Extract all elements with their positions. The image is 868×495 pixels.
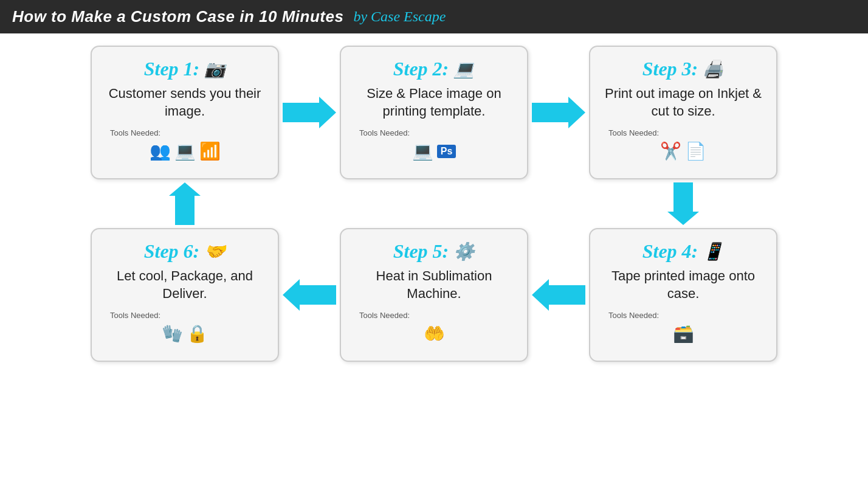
photoshop-icon: Ps	[437, 145, 456, 158]
step1-description: Customer sends you their image.	[104, 85, 266, 120]
laptop-icon: 💻	[453, 59, 475, 79]
people-icon: 👥	[150, 141, 171, 161]
step1-label: Step 1: 📷	[144, 58, 226, 80]
page-subtitle: by Case Escape	[353, 9, 446, 25]
step4-card: Step 4: 📱 Tape printed image onto case. …	[589, 228, 777, 362]
step1-container: Step 1: 📷 Customer sends you their image…	[91, 46, 279, 179]
step4-tools-icons: 🗃️	[673, 324, 694, 344]
spacer-mid-4	[528, 179, 589, 228]
step5-label: Step 5: ⚙️	[393, 240, 475, 263]
step5-tools-label: Tools Needed:	[359, 311, 410, 320]
arrow-down-container	[589, 179, 777, 228]
camera-icon: 📷	[204, 59, 226, 79]
laptop-tool-icon: 💻	[412, 141, 433, 161]
step3-container: Step 3: 🖨️ Print out image on Inkjet & c…	[589, 46, 777, 179]
step3-tools-icons: ✂️ 📄	[660, 141, 706, 161]
steps-grid: Step 1: 📷 Customer sends you their image…	[0, 33, 868, 368]
page-title: How to Make a Custom Case in 10 Minutes	[12, 7, 343, 26]
wifi-icon: 📶	[199, 141, 221, 161]
step2-tools-label: Tools Needed:	[359, 128, 410, 137]
step3-description: Print out image on Inkjet & cut to size.	[602, 85, 764, 120]
arrow-up-icon	[169, 182, 201, 225]
tape-icon: 🗃️	[673, 324, 694, 344]
svg-marker-5	[532, 279, 585, 311]
arrow-down-icon	[667, 182, 699, 225]
step2-tools-icons: 💻 Ps	[412, 141, 456, 161]
scissors-icon: ✂️	[660, 141, 681, 161]
step6-container: Step 6: 🤝 Let cool, Package, and Deliver…	[91, 228, 279, 362]
step3-label: Step 3: 🖨️	[642, 58, 725, 80]
lock-icon: 🔒	[187, 324, 208, 344]
step3-tools-label: Tools Needed:	[608, 128, 659, 137]
step6-label: Step 6: 🤝	[144, 240, 226, 263]
step6-tools-icons: 🧤 🔒	[162, 324, 208, 344]
step2-container: Step 2: 💻 Size & Place image on printing…	[340, 46, 528, 179]
step5-description: Heat in Sublimation Machine.	[353, 268, 515, 302]
step4-label: Step 4: 📱	[642, 240, 725, 263]
step2-card: Step 2: 💻 Size & Place image on printing…	[340, 46, 528, 179]
phone-icon: 📱	[703, 241, 724, 261]
arrow-right-1-icon	[283, 97, 336, 128]
svg-marker-2	[667, 182, 699, 225]
handshake-icon: 🤝	[204, 241, 226, 261]
arrow-up-container	[91, 179, 279, 228]
gloves-icon: 🧤	[162, 324, 183, 344]
arrow-left-1-icon	[532, 279, 585, 311]
hands-icon: 🤲	[424, 324, 445, 344]
step3-card: Step 3: 🖨️ Print out image on Inkjet & c…	[589, 46, 777, 179]
paper-icon: 📄	[685, 141, 706, 161]
step4-tools-label: Tools Needed:	[608, 311, 659, 320]
printer-icon: 🖨️	[703, 59, 724, 79]
arrow-left-1-container	[528, 228, 589, 362]
step5-card: Step 5: ⚙️ Heat in Sublimation Machine. …	[340, 228, 528, 362]
step6-description: Let cool, Package, and Deliver.	[104, 268, 266, 302]
step1-tools-label: Tools Needed:	[110, 128, 160, 137]
svg-marker-3	[169, 182, 201, 225]
step5-container: Step 5: ⚙️ Heat in Sublimation Machine. …	[340, 228, 528, 362]
page-header: How to Make a Custom Case in 10 Minutes …	[0, 0, 868, 33]
svg-marker-4	[283, 279, 336, 311]
step2-label: Step 2: 💻	[393, 58, 475, 80]
arrow-right-1-container	[279, 46, 340, 179]
spacer-mid-3	[340, 179, 528, 228]
step1-card: Step 1: 📷 Customer sends you their image…	[91, 46, 279, 179]
step4-description: Tape printed image onto case.	[602, 268, 764, 302]
step4-container: Step 4: 📱 Tape printed image onto case. …	[589, 228, 777, 362]
step6-card: Step 6: 🤝 Let cool, Package, and Deliver…	[91, 228, 279, 362]
svg-marker-1	[532, 97, 585, 128]
arrow-right-2-container	[528, 46, 589, 179]
gear-icon: ⚙️	[453, 241, 475, 261]
arrow-left-2-icon	[283, 279, 336, 311]
step1-tools-icons: 👥 💻 📶	[150, 141, 221, 161]
step2-description: Size & Place image on printing template.	[353, 85, 515, 120]
spacer-mid-2	[279, 179, 340, 228]
arrow-right-2-icon	[532, 97, 585, 128]
step5-tools-icons: 🤲	[424, 324, 445, 344]
laptop-icon: 💻	[174, 141, 196, 161]
svg-marker-0	[283, 97, 336, 128]
step6-tools-label: Tools Needed:	[110, 311, 160, 320]
arrow-left-2-container	[279, 228, 340, 362]
